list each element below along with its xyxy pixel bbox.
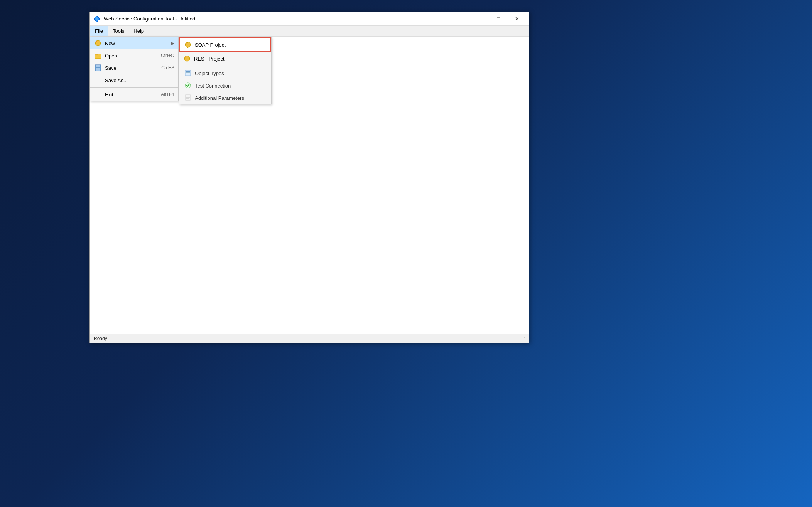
minimize-button[interactable]: — [471, 13, 489, 25]
svg-rect-7 [100, 43, 101, 44]
exit-label: Exit [105, 92, 161, 98]
exit-icon [94, 91, 102, 98]
svg-text:✦: ✦ [95, 40, 97, 43]
svg-rect-11 [96, 65, 100, 67]
object-types-item[interactable]: Object Types [179, 67, 271, 79]
svg-rect-12 [96, 68, 100, 71]
soap-project-item[interactable]: ✦ SOAP Project [179, 37, 271, 52]
menu-save[interactable]: Save Ctrl+S [90, 62, 178, 74]
window-controls: — □ ✕ [471, 13, 526, 25]
additional-params-item[interactable]: Additional Parameters [179, 92, 271, 104]
test-connection-icon [185, 82, 192, 89]
svg-rect-16 [185, 44, 186, 45]
resize-grip-icon: ⣿ [522, 336, 525, 340]
additional-params-label: Additional Parameters [195, 95, 244, 101]
new-arrow: ▶ [171, 41, 174, 46]
file-dropdown: ✦ New ▶ Open... Ctrl+O [90, 37, 179, 101]
new-icon: ✦ [94, 39, 102, 47]
new-submenu: ✦ SOAP Project [179, 37, 272, 104]
saveas-label: Save As... [105, 77, 174, 83]
title-bar: Web Service Configuration Tool - Untitle… [90, 12, 529, 26]
status-text: Ready [94, 336, 107, 341]
save-icon [94, 64, 102, 72]
svg-rect-33 [186, 98, 189, 99]
svg-rect-26 [186, 71, 190, 72]
open-label: Open... [105, 53, 161, 59]
status-bar: Ready ⣿ [90, 334, 529, 343]
svg-rect-27 [186, 72, 190, 73]
menu-saveas[interactable]: Save As... [90, 74, 178, 86]
svg-rect-14 [187, 42, 188, 43]
open-shortcut: Ctrl+O [161, 53, 174, 58]
svg-rect-5 [98, 45, 98, 46]
rest-project-item[interactable]: ✦ REST Project [179, 52, 271, 65]
app-logo-icon [93, 15, 101, 23]
object-types-icon [185, 70, 192, 77]
menu-bar: File Tools Help [90, 26, 529, 37]
svg-rect-32 [186, 97, 190, 98]
close-button[interactable]: ✕ [508, 13, 526, 25]
object-types-label: Object Types [195, 71, 224, 76]
svg-rect-31 [186, 96, 190, 96]
svg-text:✦: ✦ [185, 42, 187, 44]
saveas-icon [94, 76, 102, 84]
soap-icon: ✦ [184, 41, 192, 49]
menu-help[interactable]: Help [129, 26, 149, 36]
open-icon [94, 52, 102, 59]
svg-rect-21 [187, 61, 187, 62]
svg-rect-22 [184, 58, 185, 59]
test-connection-item[interactable]: Test Connection [179, 79, 271, 92]
window-title: Web Service Configuration Tool - Untitle… [104, 16, 471, 22]
menu-file[interactable]: File [90, 26, 108, 36]
svg-rect-20 [187, 56, 187, 57]
menu-exit[interactable]: Exit Alt+F4 [90, 88, 178, 101]
menu-new[interactable]: ✦ New ▶ [90, 37, 178, 49]
svg-rect-28 [186, 74, 189, 74]
rest-label: REST Project [194, 56, 267, 62]
menu-open[interactable]: Open... Ctrl+O [90, 49, 178, 62]
svg-rect-23 [189, 58, 190, 59]
new-label: New [105, 40, 171, 46]
additional-params-icon [185, 94, 192, 101]
save-label: Save [105, 65, 161, 71]
rest-icon: ✦ [183, 55, 191, 62]
exit-shortcut: Alt+F4 [161, 92, 174, 97]
svg-rect-17 [190, 44, 191, 45]
test-connection-label: Test Connection [195, 83, 231, 89]
soap-label: SOAP Project [195, 42, 267, 48]
menu-tools[interactable]: Tools [108, 26, 129, 36]
svg-rect-4 [98, 40, 98, 41]
save-shortcut: Ctrl+S [161, 65, 174, 71]
svg-rect-15 [187, 47, 188, 48]
maximize-button[interactable]: □ [490, 13, 507, 25]
svg-rect-6 [95, 43, 96, 44]
submenu-divider [179, 66, 271, 66]
svg-text:✦: ✦ [184, 56, 186, 58]
main-window: Web Service Configuration Tool - Untitle… [89, 12, 529, 343]
menu-divider [90, 87, 178, 88]
